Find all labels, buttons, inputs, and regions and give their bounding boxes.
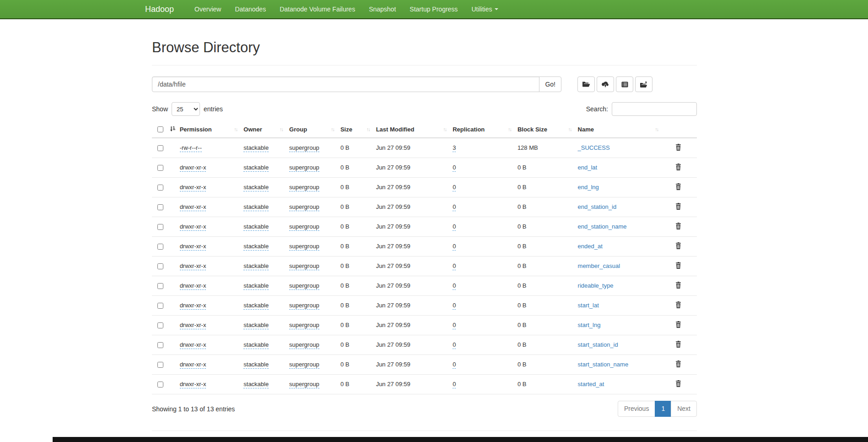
- move-to-directory-button[interactable]: [635, 76, 652, 92]
- owner-value[interactable]: stackable: [243, 223, 269, 231]
- nav-item-datanode-volume-failures[interactable]: Datanode Volume Failures: [273, 0, 362, 18]
- delete-button[interactable]: [674, 163, 683, 173]
- file-name-link[interactable]: start_station_id: [578, 341, 618, 348]
- file-name-link[interactable]: end_station_name: [578, 223, 627, 230]
- replication-value[interactable]: 0: [453, 302, 456, 310]
- pagination-page-1[interactable]: 1: [655, 401, 671, 417]
- row-checkbox[interactable]: [157, 362, 163, 368]
- permission-value[interactable]: -rw-r--r--: [180, 144, 202, 152]
- group-value[interactable]: supergroup: [289, 223, 319, 231]
- column-header-size[interactable]: Size ↑↓: [340, 121, 376, 138]
- file-name-link[interactable]: start_lng: [578, 322, 601, 328]
- owner-value[interactable]: stackable: [243, 341, 269, 349]
- column-header-select[interactable]: [152, 121, 180, 138]
- delete-button[interactable]: [674, 379, 683, 389]
- permission-value[interactable]: drwxr-xr-x: [180, 164, 206, 172]
- column-header-owner[interactable]: Owner ↑↓: [243, 121, 289, 138]
- group-value[interactable]: supergroup: [289, 341, 319, 349]
- nav-item-datanodes[interactable]: Datanodes: [228, 0, 273, 18]
- replication-value[interactable]: 0: [453, 381, 456, 388]
- permission-value[interactable]: drwxr-xr-x: [180, 184, 206, 191]
- page-1-button[interactable]: 1: [655, 401, 671, 417]
- nav-link-datanode-volume-failures[interactable]: Datanode Volume Failures: [273, 0, 362, 18]
- page-length-select[interactable]: 25: [172, 102, 200, 116]
- group-value[interactable]: supergroup: [289, 381, 319, 388]
- group-value[interactable]: supergroup: [289, 361, 319, 369]
- delete-button[interactable]: [674, 360, 683, 370]
- owner-value[interactable]: stackable: [243, 262, 269, 270]
- replication-value[interactable]: 3: [453, 144, 456, 152]
- previous-page-button[interactable]: Previous: [618, 401, 655, 417]
- select-all-checkbox[interactable]: [157, 126, 163, 132]
- nav-item-overview[interactable]: Overview: [188, 0, 228, 18]
- permission-value[interactable]: drwxr-xr-x: [180, 223, 206, 231]
- delete-button[interactable]: [674, 300, 683, 311]
- owner-value[interactable]: stackable: [243, 144, 269, 152]
- group-value[interactable]: supergroup: [289, 322, 319, 329]
- delete-button[interactable]: [674, 320, 683, 330]
- replication-value[interactable]: 0: [453, 341, 456, 349]
- group-value[interactable]: supergroup: [289, 282, 319, 290]
- group-value[interactable]: supergroup: [289, 262, 319, 270]
- file-name-link[interactable]: start_lat: [578, 302, 599, 309]
- permission-value[interactable]: drwxr-xr-x: [180, 341, 206, 349]
- permission-value[interactable]: drwxr-xr-x: [180, 381, 206, 388]
- permission-value[interactable]: drwxr-xr-x: [180, 361, 206, 369]
- replication-value[interactable]: 0: [453, 262, 456, 270]
- file-name-link[interactable]: ended_at: [578, 243, 603, 250]
- delete-button[interactable]: [674, 261, 683, 271]
- file-name-link[interactable]: end_lng: [578, 184, 599, 191]
- list-button[interactable]: [616, 76, 633, 92]
- row-checkbox[interactable]: [157, 165, 163, 171]
- permission-value[interactable]: drwxr-xr-x: [180, 282, 206, 290]
- pagination-next[interactable]: Next: [671, 401, 697, 417]
- group-value[interactable]: supergroup: [289, 203, 319, 211]
- next-page-button[interactable]: Next: [671, 401, 697, 417]
- owner-value[interactable]: stackable: [243, 282, 269, 290]
- permission-value[interactable]: drwxr-xr-x: [180, 243, 206, 251]
- owner-value[interactable]: stackable: [243, 164, 269, 172]
- owner-value[interactable]: stackable: [243, 381, 269, 388]
- directory-path-input[interactable]: [152, 76, 539, 92]
- nav-link-startup-progress[interactable]: Startup Progress: [403, 0, 464, 18]
- pagination-previous[interactable]: Previous: [618, 401, 655, 417]
- delete-button[interactable]: [674, 340, 683, 350]
- owner-value[interactable]: stackable: [243, 184, 269, 191]
- replication-value[interactable]: 0: [453, 223, 456, 231]
- delete-button[interactable]: [674, 182, 683, 192]
- row-checkbox[interactable]: [157, 185, 163, 191]
- permission-value[interactable]: drwxr-xr-x: [180, 322, 206, 329]
- column-header-last-modified[interactable]: Last Modified ↑↓: [376, 121, 453, 138]
- replication-value[interactable]: 0: [453, 282, 456, 290]
- nav-item-startup-progress[interactable]: Startup Progress: [403, 0, 464, 18]
- delete-button[interactable]: [674, 241, 683, 251]
- group-value[interactable]: supergroup: [289, 243, 319, 251]
- replication-value[interactable]: 0: [453, 322, 456, 329]
- group-value[interactable]: supergroup: [289, 164, 319, 172]
- row-checkbox[interactable]: [157, 263, 163, 269]
- permission-value[interactable]: drwxr-xr-x: [180, 302, 206, 310]
- delete-button[interactable]: [674, 143, 683, 153]
- row-checkbox[interactable]: [157, 204, 163, 210]
- file-name-link[interactable]: end_station_id: [578, 203, 617, 210]
- group-value[interactable]: supergroup: [289, 144, 319, 152]
- owner-value[interactable]: stackable: [243, 203, 269, 211]
- group-value[interactable]: supergroup: [289, 302, 319, 310]
- nav-link-utilities-dropdown[interactable]: Utilities: [464, 0, 505, 18]
- nav-link-snapshot[interactable]: Snapshot: [362, 0, 403, 18]
- owner-value[interactable]: stackable: [243, 322, 269, 329]
- permission-value[interactable]: drwxr-xr-x: [180, 203, 206, 211]
- column-header-group[interactable]: Group ↑↓: [289, 121, 340, 138]
- row-checkbox[interactable]: [157, 145, 163, 151]
- upload-files-button[interactable]: [597, 76, 614, 92]
- replication-value[interactable]: 0: [453, 243, 456, 251]
- row-checkbox[interactable]: [157, 224, 163, 230]
- column-header-name[interactable]: Name ↑↓: [578, 121, 665, 138]
- permission-value[interactable]: drwxr-xr-x: [180, 262, 206, 270]
- file-name-link[interactable]: started_at: [578, 381, 604, 387]
- nav-link-datanodes[interactable]: Datanodes: [228, 0, 273, 18]
- replication-value[interactable]: 0: [453, 184, 456, 191]
- go-button[interactable]: Go!: [539, 76, 561, 92]
- file-name-link[interactable]: _SUCCESS: [578, 144, 610, 151]
- replication-value[interactable]: 0: [453, 361, 456, 369]
